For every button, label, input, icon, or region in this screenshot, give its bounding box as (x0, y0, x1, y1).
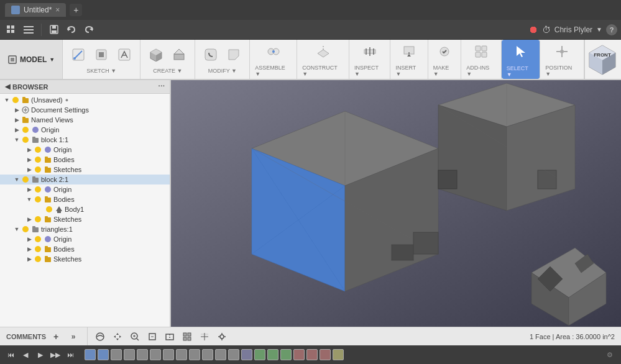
stop-sketch-button[interactable] (91, 45, 112, 64)
playback-first-button[interactable]: ⏮ (4, 348, 17, 362)
browser-item-doc-settings[interactable]: ▶ Document Settings (0, 105, 170, 115)
measure-button[interactable] (359, 42, 380, 61)
timeline-frame-6[interactable] (150, 349, 161, 360)
model-dropdown-arrow: ▼ (49, 57, 55, 63)
add-comment-button[interactable]: + (50, 330, 62, 343)
section-tool[interactable] (162, 329, 177, 344)
browser-item-block2-bodies[interactable]: ▼ Bodies (0, 194, 170, 204)
view-mode-tool[interactable] (180, 329, 195, 344)
browser-item-triangles-bodies[interactable]: ▶ Bodies (0, 244, 170, 254)
browser-item-block2-sketches[interactable]: ▶ Sketches (0, 214, 170, 224)
display-settings-tool[interactable] (214, 329, 229, 344)
timeline-frame-15[interactable] (267, 349, 278, 360)
orbit-tool[interactable] (93, 329, 108, 344)
3d-cube-viewer[interactable]: FRONT (584, 40, 621, 79)
browser-item-unsaved[interactable]: ▼ (Unsaved) ● (0, 95, 170, 105)
timeline-frame-8[interactable] (176, 349, 187, 360)
svg-rect-91 (32, 227, 39, 232)
construct-plane-button[interactable] (313, 42, 334, 61)
timeline-frame-17[interactable] (293, 349, 305, 360)
redo-button[interactable] (81, 22, 96, 37)
svg-rect-41 (482, 46, 487, 51)
pan-tool[interactable] (110, 329, 125, 344)
timeline-frame-20[interactable] (333, 349, 344, 360)
svg-point-93 (35, 236, 41, 242)
browser-item-block2[interactable]: ▼ block 2:1 (0, 175, 170, 184)
chamfer-button[interactable] (223, 45, 244, 64)
grid-display-tool[interactable] (197, 329, 212, 344)
project-button[interactable] (114, 45, 135, 64)
timeline-settings-button[interactable]: ⚙ (602, 347, 617, 362)
record-button[interactable]: ⏺ (528, 24, 538, 35)
browser-item-block2-origin[interactable]: ▶ Origin (0, 184, 170, 194)
insert-button[interactable] (398, 42, 420, 61)
timeline-frame-11[interactable] (215, 349, 226, 360)
insert-group-label: INSERT ▼ (395, 65, 422, 77)
viewport[interactable] (171, 80, 621, 327)
model-dropdown[interactable]: MODEL ▼ (0, 40, 63, 79)
timeline-frame-9[interactable] (189, 349, 200, 360)
joint-button[interactable] (263, 42, 284, 61)
svg-rect-71 (45, 158, 51, 163)
playback-prev-button[interactable]: ◀ (19, 348, 32, 362)
addins-button[interactable] (471, 42, 492, 61)
browser-item-triangles-sketches[interactable]: ▶ Sketches (0, 254, 170, 264)
undo-button[interactable] (64, 22, 79, 37)
collapse-comments-button[interactable]: » (66, 329, 81, 344)
menu-button[interactable] (21, 22, 36, 37)
browser-options-button[interactable]: ⋯ (158, 83, 165, 91)
browser-item-block1-origin[interactable]: ▶ Origin (0, 145, 170, 155)
timeline-frame-12[interactable] (228, 349, 239, 360)
position-button[interactable] (551, 42, 573, 61)
fillet-button[interactable] (200, 45, 221, 64)
timeline-frame-2[interactable] (98, 349, 109, 360)
playback-last-button[interactable]: ⏭ (63, 348, 77, 362)
browser-item-block1-bodies[interactable]: ▶ Bodies (0, 155, 170, 165)
timer-icon[interactable]: ⏱ (542, 25, 551, 35)
timeline-frame-13[interactable] (241, 349, 252, 360)
svg-rect-110 (392, 245, 413, 260)
svg-rect-56 (22, 98, 29, 103)
svg-marker-127 (119, 335, 121, 338)
browser-item-origin-top[interactable]: ▶ Origin (0, 125, 170, 135)
timeline-frame-18[interactable] (306, 349, 318, 360)
sketch-button[interactable] (68, 45, 89, 64)
user-name[interactable]: Chris Plyler (554, 25, 592, 34)
browser-item-body1[interactable]: Body1 (0, 204, 170, 214)
browser-item-block1[interactable]: ▼ block 1:1 (0, 135, 170, 145)
user-dropdown-icon[interactable]: ▼ (596, 26, 602, 33)
help-button[interactable]: ? (606, 24, 617, 35)
timeline-frame-3[interactable] (111, 349, 122, 360)
extrude-button[interactable] (168, 45, 190, 64)
browser-item-block1-sketches[interactable]: ▶ Sketches (0, 165, 170, 175)
zoom-tool[interactable] (127, 329, 142, 344)
timeline-frame-16[interactable] (280, 349, 292, 360)
timeline-frame-10[interactable] (202, 349, 213, 360)
fit-tool[interactable] (145, 329, 160, 344)
timeline-frame-1[interactable] (85, 349, 96, 360)
select-button[interactable] (510, 42, 532, 61)
timeline-frame-19[interactable] (320, 349, 331, 360)
active-tab[interactable]: Untitled* × (5, 3, 66, 17)
timeline-frame-7[interactable] (163, 349, 174, 360)
browser-item-named-views[interactable]: ▶ Named Views (0, 115, 170, 125)
collapse-browser-button[interactable]: ◀ (5, 83, 10, 91)
svg-rect-26 (205, 49, 216, 60)
new-tab-button[interactable]: + (70, 4, 82, 16)
timeline-frame-14[interactable] (254, 349, 265, 360)
make-button[interactable] (434, 42, 455, 61)
tab-close-button[interactable]: × (55, 6, 60, 14)
select-group-label: SELECT ▼ (507, 65, 535, 78)
save-button[interactable] (47, 22, 62, 37)
svg-rect-89 (45, 216, 48, 218)
make-group-label: MAKE ▼ (433, 65, 456, 77)
playback-play-button[interactable]: ▶ (34, 348, 47, 362)
timeline-frame-5[interactable] (137, 349, 148, 360)
timeline-frame-4[interactable] (124, 349, 135, 360)
grid-button[interactable] (4, 22, 19, 37)
browser-item-triangles[interactable]: ▼ triangles:1 (0, 224, 170, 234)
browser-item-triangles-origin[interactable]: ▶ Origin (0, 234, 170, 244)
ribbon-group-sketch: SKETCH ▼ (63, 40, 140, 79)
create-box-button[interactable] (145, 45, 167, 64)
playback-fast-forward-button[interactable]: ▶▶ (48, 348, 62, 362)
